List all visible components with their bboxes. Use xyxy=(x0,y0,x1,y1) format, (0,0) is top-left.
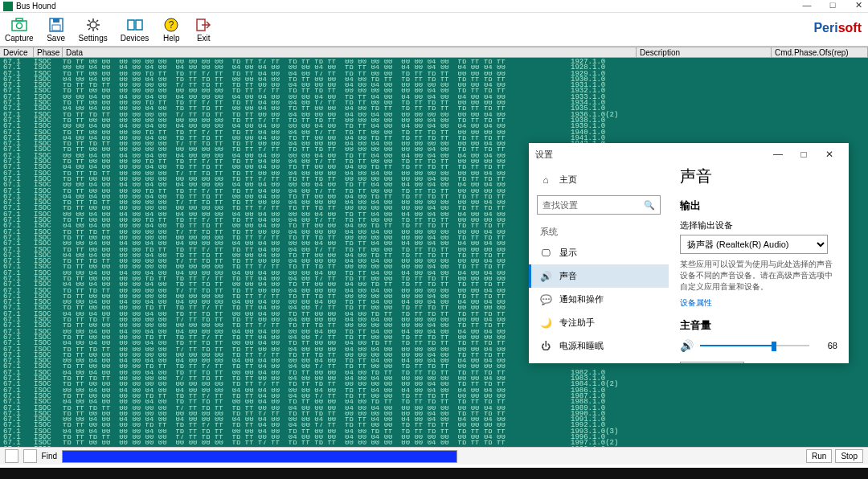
data-row[interactable]: 67.1ISOCfb ff fb ff 00 00 00 00 f7 ff fb… xyxy=(3,376,865,382)
data-row[interactable]: 67.1ISOCfb ff 00 00 00 00 fb ff fb ff f7… xyxy=(3,72,865,77)
data-row[interactable]: 67.1ISOC00 00 04 00 04 00 04 00 04 00 00… xyxy=(3,417,865,423)
save-button[interactable]: Save xyxy=(47,16,66,43)
output-note: 某些应用可以设置为使用与此处选择的声音设备不同的声音设备。请在高级声音选项中自定… xyxy=(680,259,837,293)
display-icon: 🖵 xyxy=(540,248,551,259)
data-row[interactable]: 67.1ISOCfb ff 00 00 00 00 00 00 00 00 00… xyxy=(3,440,865,446)
settings-maximize-button[interactable]: □ xyxy=(791,149,817,160)
settings-minimize-button[interactable]: — xyxy=(765,149,791,160)
col-phase[interactable]: Phase xyxy=(34,47,63,57)
minimize-button[interactable]: — xyxy=(799,0,815,10)
data-row[interactable]: 67.1ISOCfb ff 00 00 00 00 00 00 00 00 00… xyxy=(3,118,865,124)
capture-icon xyxy=(10,16,29,34)
help-button[interactable]: ? Help xyxy=(162,16,181,43)
bottom-bar: Find Run Stop xyxy=(0,447,868,465)
output-device-select[interactable]: 扬声器 (Realtek(R) Audio) xyxy=(680,235,828,254)
output-heading: 输出 xyxy=(680,199,837,213)
maximize-button[interactable]: □ xyxy=(825,0,841,10)
volume-slider[interactable] xyxy=(700,345,809,346)
data-row[interactable]: 67.1ISOCfb ff 00 00 00 00 fb ff fb ff f7… xyxy=(3,100,865,106)
data-row[interactable]: 67.1ISOCfb ff fb ff 00 00 00 00 f7 ff fb… xyxy=(3,83,865,88)
column-headers: Device Phase Data Description Cmd.Phase.… xyxy=(0,47,868,58)
focus-icon: 🌙 xyxy=(540,317,551,329)
settings-icon xyxy=(84,16,103,34)
device-properties-link[interactable]: 设备属性 xyxy=(680,297,712,309)
nav-sound[interactable]: 🔊 声音 xyxy=(529,264,669,288)
settings-search-input[interactable]: 查找设置 🔍 xyxy=(537,195,661,215)
master-volume-heading: 主音量 xyxy=(680,318,837,333)
settings-window-controls: — □ ✕ xyxy=(765,149,842,160)
settings-content: 声音 输出 选择输出设备 扬声器 (Realtek(R) Audio) 某些应用… xyxy=(669,166,849,363)
app-icon xyxy=(3,2,13,11)
capture-button[interactable]: Capture xyxy=(5,16,34,43)
data-row[interactable]: 67.1ISOC04 00 04 00 00 00 04 00 fb ff fb… xyxy=(3,77,865,83)
stop-button[interactable]: Stop xyxy=(835,449,863,463)
svg-rect-8 xyxy=(136,20,142,30)
page-title: 声音 xyxy=(680,166,837,187)
toolbar: Capture Save Settings Devices ? Help Exi… xyxy=(0,13,868,47)
devices-icon xyxy=(125,16,145,34)
brand-logo: Perisoft xyxy=(813,21,862,35)
col-data[interactable]: Data xyxy=(63,47,637,57)
troubleshoot-button[interactable]: ⚠ 疑难解答 xyxy=(680,362,744,363)
data-row[interactable]: 67.1ISOC04 00 04 00 00 00 04 00 fb ff fb… xyxy=(3,106,865,112)
data-row[interactable]: 67.1ISOCfb ff 00 00 00 00 fb ff fb ff f7… xyxy=(3,394,865,399)
settings-titlebar[interactable]: 设置 — □ ✕ xyxy=(529,143,849,166)
data-row[interactable]: 67.1ISOC00 00 04 00 04 00 04 00 04 00 00… xyxy=(3,124,865,129)
exit-button[interactable]: Exit xyxy=(194,16,213,43)
volume-value: 68 xyxy=(828,341,837,350)
settings-close-button[interactable]: ✕ xyxy=(817,149,842,160)
data-row[interactable]: 67.1ISOCfb ff 00 00 00 00 fb ff fb ff f7… xyxy=(3,130,865,136)
speaker-icon[interactable]: 🔊 xyxy=(680,339,694,352)
save-icon xyxy=(47,16,66,34)
nav-battery[interactable]: ▭ 电池 xyxy=(529,358,669,363)
nav-category: 系统 xyxy=(529,219,669,241)
home-icon: ⌂ xyxy=(540,174,551,186)
find-label: Find xyxy=(42,452,57,461)
data-row[interactable]: 67.1ISOCfb ff 00 00 00 00 fb ff fb ff f7… xyxy=(3,423,865,428)
data-row[interactable]: 67.1ISOC04 00 04 00 00 00 04 00 fb ff fb… xyxy=(3,399,865,405)
app-titlebar: Bus Hound — □ ✕ xyxy=(0,0,868,13)
svg-rect-4 xyxy=(53,18,59,23)
nav-notifications[interactable]: 💬 通知和操作 xyxy=(529,288,669,311)
data-row[interactable]: 67.1ISOCfb ff 00 00 00 00 00 00 00 00 00… xyxy=(3,411,865,417)
find-input[interactable] xyxy=(62,450,457,463)
help-icon: ? xyxy=(162,16,181,34)
col-cmd[interactable]: Cmd.Phase.Ofs(rep) xyxy=(772,47,868,57)
notifications-icon: 💬 xyxy=(540,294,551,305)
window-controls: — □ ✕ xyxy=(799,0,866,10)
svg-rect-7 xyxy=(128,20,134,30)
data-row[interactable]: 67.1ISOCfb ff fb ff 00 00 00 00 f7 ff fb… xyxy=(3,113,865,118)
data-row[interactable]: 67.1ISOC00 00 04 00 04 00 04 00 04 00 00… xyxy=(3,95,865,100)
run-button[interactable]: Run xyxy=(806,449,832,463)
devices-button[interactable]: Devices xyxy=(121,16,149,43)
col-device[interactable]: Device xyxy=(0,47,34,57)
prev-button[interactable] xyxy=(5,449,18,463)
settings-window-title: 设置 xyxy=(535,149,553,161)
settings-button[interactable]: Settings xyxy=(79,16,108,43)
data-row[interactable]: 67.1ISOCfb ff 00 00 00 00 00 00 00 00 00… xyxy=(3,88,865,94)
data-row[interactable]: 67.1ISOCfb ff 00 00 00 00 00 00 00 00 00… xyxy=(3,382,865,387)
data-row[interactable]: 67.1ISOC00 00 04 00 04 00 04 00 04 00 00… xyxy=(3,388,865,394)
nav-home[interactable]: ⌂ 主页 xyxy=(529,169,669,190)
nav-power[interactable]: ⏻ 电源和睡眠 xyxy=(529,334,669,358)
col-description[interactable]: Description xyxy=(637,47,772,57)
settings-window: 设置 — □ ✕ ⌂ 主页 查找设置 🔍 系统 🖵 显示 🔊 声音 xyxy=(529,143,849,363)
data-row[interactable]: 67.1ISOCfb ff 00 00 00 00 00 00 00 00 00… xyxy=(3,59,865,65)
data-row[interactable]: 67.1ISOCfb ff 00 00 00 00 fb ff fb ff f7… xyxy=(3,364,865,370)
data-row[interactable]: 67.1ISOCfb ff fb ff 00 00 00 00 f7 ff fb… xyxy=(3,435,865,440)
data-row[interactable]: 67.1ISOC04 00 04 00 00 00 04 00 fb ff fb… xyxy=(3,429,865,435)
next-button[interactable] xyxy=(23,449,37,463)
nav-focus[interactable]: 🌙 专注助手 xyxy=(529,311,669,334)
nav-display[interactable]: 🖵 显示 xyxy=(529,241,669,264)
settings-nav: ⌂ 主页 查找设置 🔍 系统 🖵 显示 🔊 声音 💬 通知和操作 🌙 xyxy=(529,166,669,363)
windows-taskbar[interactable] xyxy=(0,468,868,479)
search-icon: 🔍 xyxy=(644,200,655,211)
svg-text:?: ? xyxy=(169,19,174,31)
data-row[interactable]: 67.1ISOC04 00 04 00 00 00 04 00 fb ff fb… xyxy=(3,371,865,376)
data-row[interactable]: 67.1ISOC04 00 04 00 00 00 04 00 fb ff fb… xyxy=(3,136,865,141)
output-label: 选择输出设备 xyxy=(680,219,837,231)
data-row[interactable]: 67.1ISOCfb ff fb ff 00 00 00 00 f7 ff fb… xyxy=(3,406,865,411)
close-button[interactable]: ✕ xyxy=(850,0,866,10)
data-row[interactable]: 67.1ISOC00 00 04 00 04 00 04 00 04 00 00… xyxy=(3,65,865,71)
exit-icon xyxy=(194,16,213,34)
